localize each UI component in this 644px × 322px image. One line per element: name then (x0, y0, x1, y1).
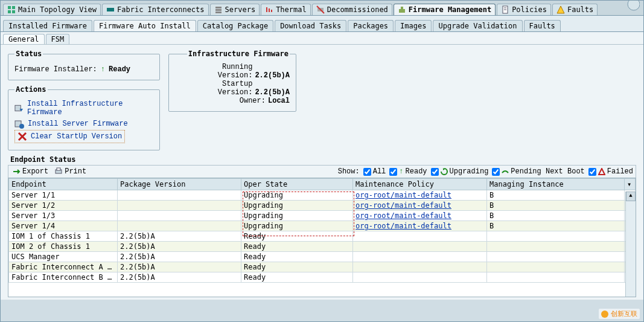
tab-label: Policies (512, 5, 547, 14)
cell-endpoint: IOM 2 of Chassis 1 (9, 242, 118, 252)
print-button[interactable]: Print (53, 167, 88, 176)
filter-ready-checkbox[interactable] (389, 168, 397, 176)
cell-oper: Upgrading (241, 221, 353, 231)
cell-oper: Ready (241, 252, 353, 262)
main-tab-faults[interactable]: Faults (552, 4, 598, 15)
sub-tab-firmware-auto-install[interactable]: Firmware Auto Install (94, 20, 196, 31)
cell-managing: B (487, 211, 625, 221)
cell-maint[interactable]: org-root/maint-default (353, 201, 487, 211)
status-group: Status Firmware Installer: ↑ Ready (8, 50, 160, 80)
sub-tab-upgrade-validation[interactable]: Upgrade Validation (433, 20, 522, 31)
print-label: Print (65, 167, 86, 176)
install-server-label: Install Server Firmware (28, 120, 128, 128)
cell-endpoint: IOM 1 of Chassis 1 (9, 231, 118, 242)
cell-maint[interactable]: org-root/maint-default (353, 211, 487, 221)
table-row[interactable]: Fabric Interconnect A (sub...2.2(5b)ARea… (9, 262, 636, 272)
filter-pending[interactable]: Pending Next Boot (492, 167, 584, 176)
cell-package: 2.2(5b)A (118, 242, 241, 252)
cell-maint (353, 252, 487, 262)
install-infra-label: Install Infrastructure Firmware (27, 100, 153, 117)
col-oper[interactable]: Oper State (241, 179, 353, 190)
subsub-tab-fsm[interactable]: FSM (46, 34, 70, 44)
main-tab-servers[interactable]: Servers (210, 4, 260, 15)
svg-point-18 (19, 124, 24, 129)
failed-icon (598, 168, 605, 175)
filter-failed[interactable]: Failed (588, 167, 633, 176)
tab-icon (501, 5, 509, 14)
actions-legend: Actions (14, 85, 48, 94)
sub-tab-faults[interactable]: Faults (524, 20, 561, 31)
table-header-row: Endpoint Package Version Oper State Main… (9, 179, 636, 190)
cell-package (118, 190, 241, 201)
running-version-label: Running Version: (186, 63, 252, 80)
tab-icon (265, 5, 273, 14)
status-legend: Status (14, 50, 43, 58)
running-version-value: 2.2(5b)A (255, 71, 290, 80)
col-managing[interactable]: Managing Instance (487, 179, 625, 190)
table-row[interactable]: UCS Manager2.2(5b)AReady (9, 252, 636, 262)
col-endpoint[interactable]: Endpoint (9, 179, 118, 190)
install-infra-firmware-action[interactable]: Install Infrastructure Firmware (14, 98, 153, 118)
svg-rect-7 (215, 9, 222, 11)
main-tab-policies[interactable]: Policies (497, 4, 551, 15)
col-menu-button[interactable]: ▾ (625, 179, 636, 190)
cell-oper: Ready (241, 231, 353, 242)
cell-maint[interactable]: org-root/maint-default (353, 190, 487, 201)
print-icon (54, 167, 63, 176)
svg-rect-3 (8, 10, 11, 13)
filter-all[interactable]: All (363, 167, 386, 176)
tab-label: Fabric Interconnects (117, 5, 205, 14)
startup-version-value: 2.2(5b)A (255, 88, 290, 97)
filter-upgrading[interactable]: Upgrading (431, 167, 489, 176)
sub-tab-download-tasks[interactable]: Download Tasks (275, 20, 346, 31)
svg-rect-4 (12, 10, 15, 13)
col-package[interactable]: Package Version (118, 179, 241, 190)
cell-managing: B (487, 201, 625, 211)
table-row[interactable]: Server 1/3Upgradingorg-root/maint-defaul… (9, 211, 636, 221)
cell-package: 2.2(5b)A (118, 262, 241, 272)
filter-pending-checkbox[interactable] (492, 168, 500, 176)
cell-endpoint: Server 1/1 (9, 190, 118, 201)
clear-startup-version-action[interactable]: Clear StartUp Version (14, 130, 125, 143)
cell-managing: B (487, 190, 625, 201)
table-row[interactable]: IOM 2 of Chassis 12.2(5b)AReady (9, 242, 636, 252)
cell-package (118, 201, 241, 211)
table-row[interactable]: Server 1/2Upgradingorg-root/maint-defaul… (9, 201, 636, 211)
table-row[interactable]: IOM 1 of Chassis 12.2(5b)AReady (9, 231, 636, 242)
sub-tab-installed-firmware[interactable]: Installed Firmware (3, 20, 92, 31)
main-tab-fabric-interconnects[interactable]: Fabric Interconnects (102, 4, 209, 15)
scroll-up-arrow[interactable]: ▲ (626, 192, 636, 201)
svg-point-0 (628, 1, 640, 10)
cell-managing (487, 252, 625, 262)
filter-failed-checkbox[interactable] (588, 168, 596, 176)
install-server-firmware-action[interactable]: Install Server Firmware (14, 118, 153, 130)
table-row[interactable]: Server 1/1Upgradingorg-root/maint-defaul… (9, 190, 636, 201)
tab-icon (316, 5, 325, 14)
main-tab-main-topology-view[interactable]: Main Topology View (3, 4, 101, 15)
vertical-scrollbar[interactable]: ▲ (625, 192, 636, 297)
cell-oper: Upgrading (241, 190, 353, 201)
col-maint[interactable]: Maintenance Policy (353, 179, 487, 190)
cell-maint[interactable]: org-root/maint-default (353, 221, 487, 231)
filter-ready[interactable]: ↑Ready (389, 167, 427, 176)
table-row[interactable]: Fabric Interconnect B (pri...2.2(5b)ARea… (9, 272, 636, 283)
cell-package (118, 221, 241, 231)
tab-label: Main Topology View (18, 5, 97, 14)
filter-all-checkbox[interactable] (363, 168, 371, 176)
main-tab-thermal[interactable]: Thermal (261, 4, 311, 15)
sub-tab-catalog-package[interactable]: Catalog Package (197, 20, 273, 31)
svg-rect-5 (107, 8, 114, 11)
export-button[interactable]: Export (11, 167, 49, 176)
sub-tab-images[interactable]: Images (395, 20, 432, 31)
table-row[interactable]: Server 1/4Upgradingorg-root/maint-defaul… (9, 221, 636, 231)
filter-upgrading-checkbox[interactable] (431, 168, 439, 176)
cell-endpoint: Server 1/4 (9, 221, 118, 231)
endpoint-toolbar: Export Print Show: All ↑Ready Upgrading … (8, 165, 636, 178)
main-tab-decommissioned[interactable]: Decommissioned (312, 4, 392, 15)
subsub-tab-general[interactable]: General (3, 34, 45, 44)
sub-tab-packages[interactable]: Packages (348, 20, 394, 31)
cell-package: 2.2(5b)A (118, 272, 241, 283)
upgrading-icon (441, 168, 448, 175)
ready-arrow-icon: ↑ (399, 167, 403, 176)
main-tab-firmware-management[interactable]: Firmware Management (394, 4, 496, 15)
